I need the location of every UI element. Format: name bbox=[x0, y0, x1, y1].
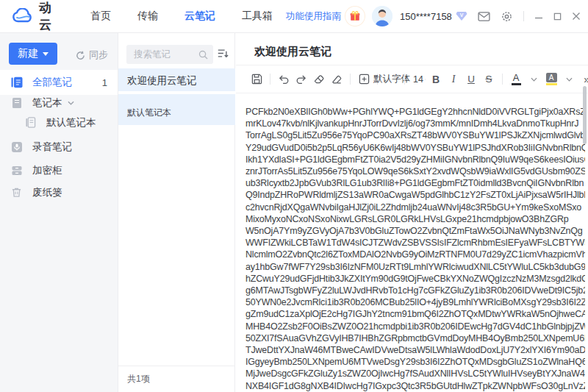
nav-transfer[interactable]: 传输 bbox=[137, 10, 158, 23]
note-editor-panel: 欢迎使用云笔记 bbox=[236, 33, 588, 392]
note-content-line: PCFkb2N0eXBlIGh0bWw+PGhlYWQ+PG1ldGEgY2hh… bbox=[245, 106, 585, 118]
note-list-item[interactable]: 欢迎使用云笔记 默认笔记本 bbox=[118, 68, 235, 125]
note-content-area[interactable]: PCFkb2N0eXBlIGh0bWw+PGhlYWQ+PG1ldGEgY2hh… bbox=[245, 106, 585, 392]
nav-toolbox[interactable]: 工具箱 bbox=[242, 10, 273, 23]
highlight-color-bar bbox=[546, 83, 557, 85]
note-content-line: hZCwuY29udGFjdHtib3JkZXItYm90dG9tOjFweCB… bbox=[245, 273, 585, 285]
note-content-line: 50ZXI7fSAuaGVhZGVyIHB7IHBhZGRpbmctbGVmdD… bbox=[245, 332, 585, 344]
settings-gear-icon[interactable] bbox=[501, 10, 513, 23]
italic-button[interactable]: I bbox=[445, 71, 462, 88]
note-list-footer: 共1项 bbox=[118, 366, 235, 392]
voice-note-icon bbox=[11, 141, 23, 153]
new-note-label: 新建 bbox=[18, 47, 38, 60]
font-size-value: 14 bbox=[413, 74, 423, 85]
vip-badge-icon[interactable]: V bbox=[456, 11, 467, 21]
note-content-line: WWFIZWkiLCBTaW1TdW4sICJTZWdvZSBVSSIsIFZl… bbox=[245, 237, 585, 249]
left-sidebar: 新建 同步 全部笔记 1 bbox=[0, 33, 118, 392]
sidebar-item-label: 录音笔记 bbox=[32, 140, 72, 154]
new-note-button[interactable]: 新建 bbox=[9, 43, 57, 65]
account-phone[interactable]: 150****7158 bbox=[400, 11, 452, 22]
font-color-button[interactable]: A bbox=[508, 71, 524, 88]
insert-icon[interactable] bbox=[356, 71, 372, 88]
note-content-line: Y29udGVudD0i5b2p5LqR56yU6K6wIj48bWV0YSBu… bbox=[245, 142, 585, 154]
sort-icon[interactable] bbox=[217, 48, 229, 59]
bold-button[interactable]: B bbox=[428, 71, 444, 88]
feature-guide-link[interactable]: 功能使用指南 bbox=[286, 10, 341, 23]
nav-home[interactable]: 首页 bbox=[90, 10, 111, 23]
more-tools-button[interactable]: » bbox=[578, 71, 588, 88]
clear-format-icon[interactable] bbox=[329, 71, 345, 88]
font-color-dropdown[interactable] bbox=[526, 71, 542, 88]
note-content-line: MHB4O2Zsb2F0OiBsZWZ0O21hcmdpbi1ib3R0b206… bbox=[245, 321, 585, 332]
highlight-color-dropdown[interactable] bbox=[561, 71, 577, 88]
highlight-color-button[interactable]: A bbox=[543, 71, 559, 88]
sidebar-item-all-notes[interactable]: 全部笔记 1 bbox=[0, 70, 118, 95]
svg-text:V: V bbox=[460, 13, 464, 18]
toolbar-separator bbox=[270, 74, 270, 85]
window-maximize-icon[interactable] bbox=[553, 13, 562, 21]
note-content-line: TJweDttYXJnaW46MTBweCAwIDVweDtsaW5lLWhla… bbox=[245, 344, 585, 356]
sidebar-item-notebooks[interactable]: 笔记本 bbox=[0, 93, 118, 113]
sidebar-item-trash[interactable]: 废纸篓 bbox=[0, 182, 118, 204]
note-content-line: gZm9udC1zaXplOjE2cHg7IGJhY2tncm91bmQ6I2Z… bbox=[245, 308, 585, 320]
note-item-notebook: 默认笔记本 bbox=[127, 107, 226, 119]
strikethrough-button[interactable]: S bbox=[481, 71, 497, 88]
nav-cloud-notes[interactable]: 云笔记 bbox=[184, 10, 215, 23]
cloud-logo-icon bbox=[12, 8, 34, 25]
toolbar-separator bbox=[502, 74, 503, 85]
note-list-panel: 欢迎使用云笔记 默认笔记本 共1项 bbox=[118, 33, 235, 392]
header-separator bbox=[523, 11, 524, 21]
note-content-line: g6MTAwJTsgbWFyZ2luLWJvdHRvbTo1cHg7cGFkZG… bbox=[245, 285, 585, 296]
header-right: 功能使用指南 150****7158 bbox=[286, 6, 588, 26]
underline-button[interactable]: U bbox=[463, 71, 479, 88]
note-title[interactable]: 欢迎使用云笔记 bbox=[254, 45, 331, 59]
font-color-bar bbox=[512, 83, 521, 85]
undo-icon[interactable] bbox=[276, 71, 292, 88]
search-input[interactable] bbox=[132, 49, 198, 60]
note-item-notebook-row[interactable]: 默认笔记本 bbox=[118, 94, 235, 125]
note-content-line: MjJweDsgcGFkZGluZy1sZWZ0OjIwcHg7fSAudXNl… bbox=[245, 368, 585, 379]
note-item-title: 欢迎使用云笔记 bbox=[127, 74, 226, 88]
note-content-line: znrJTorrAs5Lit5Zu956e75YqoLOW9qeS6kSxtY2… bbox=[245, 165, 585, 177]
search-icon[interactable] bbox=[198, 50, 208, 60]
font-size-select[interactable]: 14 bbox=[410, 71, 426, 88]
note-content-line: ay1hbGw7fWF7Y29sb3I6IzNFM0UzRTt9LmhlYWRl… bbox=[245, 261, 585, 273]
sidebar-item-label: 默认笔记本 bbox=[46, 116, 96, 129]
search-box[interactable] bbox=[126, 45, 213, 64]
trash-icon bbox=[11, 187, 23, 199]
caret-down-icon bbox=[43, 52, 49, 56]
eraser-icon[interactable] bbox=[311, 71, 327, 88]
editor-scrollbar[interactable] bbox=[583, 86, 587, 144]
gift-icon[interactable] bbox=[345, 7, 365, 26]
all-notes-icon bbox=[11, 76, 23, 88]
redo-icon[interactable] bbox=[293, 71, 309, 88]
note-content-line: TorrAgLS0g5Lit5Zu956e75YqoPC90aXRsZT48bW… bbox=[245, 129, 585, 141]
font-family-select[interactable]: 默认字体 bbox=[383, 71, 399, 88]
window-minimize-icon[interactable] bbox=[534, 12, 543, 21]
note-content-line: 50YWN0e2JvcmRlci1ib3R0b206MCBub25lIO+4jy… bbox=[245, 296, 585, 308]
note-content-line: W5nOjA7Ym9yZGVyOjA7b3V0bGluZTowO2ZvbnQtZ… bbox=[245, 225, 585, 237]
user-avatar[interactable] bbox=[372, 6, 392, 26]
sidebar-item-label: 加密柜 bbox=[32, 164, 62, 177]
note-count-total: 共1项 bbox=[127, 373, 150, 385]
mail-icon[interactable] bbox=[478, 12, 490, 21]
save-icon[interactable] bbox=[248, 71, 265, 88]
chevron-down-icon bbox=[531, 77, 537, 82]
chevron-down-icon bbox=[566, 77, 573, 82]
note-content-line: ub3Rlcyxtb2JpbGVub3RlLG1ub3RlIi8+PG1ldGE… bbox=[245, 177, 585, 189]
sidebar-item-default-notebook[interactable]: 默认笔记本 bbox=[0, 113, 118, 133]
note-content-line: MixoMyxoNCxoNSxoNixwLGRsLGR0LGRkLHVsLGxp… bbox=[245, 213, 585, 225]
main-nav: 首页 传输 云笔记 工具箱 bbox=[77, 10, 286, 23]
note-content-line: Ikh1YXdlaSI+PG1ldGEgbmFtZT0ia2V5d29yZHMi… bbox=[245, 154, 585, 165]
sync-button[interactable]: 同步 bbox=[76, 49, 108, 62]
editor-toolbar: 默认字体 14 B I U S A bbox=[248, 65, 582, 93]
chevron-down-icon[interactable] bbox=[68, 101, 74, 105]
note-item-title-row[interactable]: 欢迎使用云笔记 bbox=[118, 68, 235, 91]
note-content-line: NlcmlmO2ZvbnQtc2l6ZToxMDAlO2NvbG9yOiMzRT… bbox=[245, 249, 585, 260]
sidebar-item-voice-notes[interactable]: 录音笔记 bbox=[0, 136, 118, 158]
window-close-icon[interactable] bbox=[572, 12, 581, 21]
notebook-icon bbox=[11, 97, 23, 109]
note-content-line: c2hvcnRjdXQgaWNvbiIgaHJlZj0iL2Zhdmljb24u… bbox=[245, 202, 585, 213]
sidebar-item-safe-box[interactable]: 加密柜 bbox=[0, 160, 118, 182]
app-window: 移动云盘 首页 传输 云笔记 工具箱 功能使用指南 bbox=[0, 0, 588, 392]
